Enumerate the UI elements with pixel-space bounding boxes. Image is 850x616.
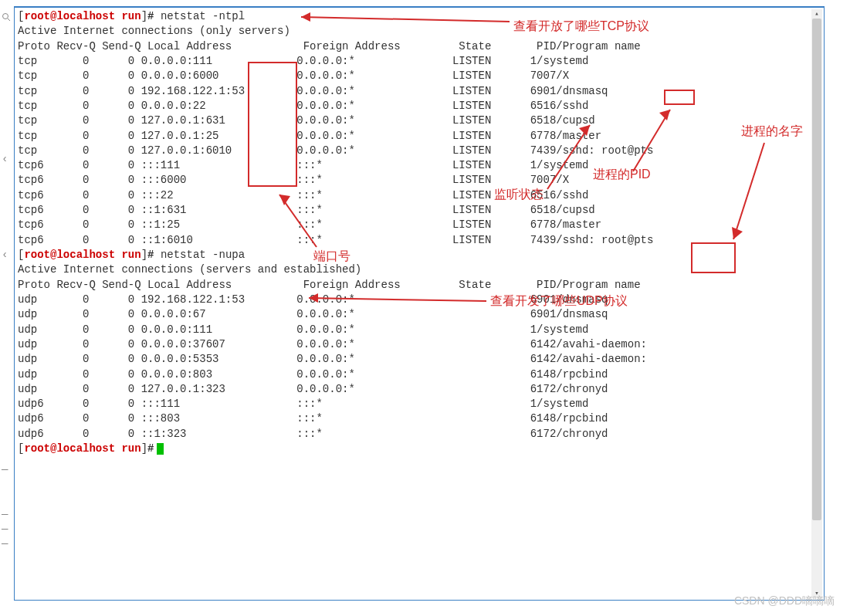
table-row: udp 0 0 0.0.0.0:111 0.0.0.0:* 1/systemd <box>18 323 821 337</box>
prompt-user: root <box>24 10 50 22</box>
columns-header-2: Proto Recv-Q Send-Q Local Address Foreig… <box>18 278 821 293</box>
table-row: tcp6 0 0 ::1:631 :::* LISTEN 6518/cupsd <box>18 203 821 218</box>
vertical-scrollbar[interactable]: ▴ ▾ <box>811 9 822 598</box>
command-1: netstat -ntpl <box>161 10 245 22</box>
columns-header-1: Proto Recv-Q Send-Q Local Address Foreig… <box>18 39 821 54</box>
prompt-host: localhost <box>56 10 115 22</box>
table-row: udp 0 0 0.0.0.0:37607 0.0.0.0:* 6142/ava… <box>18 337 821 352</box>
command-2: netstat -nupa <box>161 249 245 261</box>
side-marker-1: ‹ <box>2 153 8 165</box>
search-icon <box>2 12 11 22</box>
watermark: CSDN @DDD嘀嘀嘀 <box>734 594 835 608</box>
side-marker-4: — <box>2 508 8 520</box>
table-row: udp 0 0 0.0.0.0:67 0.0.0.0:* 6901/dnsmas… <box>18 307 821 322</box>
table-row: tcp 0 0 127.0.0.1:25 0.0.0.0:* LISTEN 67… <box>18 129 821 144</box>
scroll-up-icon[interactable]: ▴ <box>811 9 822 19</box>
table-row: tcp 0 0 127.0.0.1:6010 0.0.0.0:* LISTEN … <box>18 144 821 158</box>
prompt-line-2: [root@localhost run]# netstat -nupa <box>18 248 821 262</box>
table-row: tcp 0 0 0.0.0.0:22 0.0.0.0:* LISTEN 6516… <box>18 99 821 113</box>
table-row: udp6 0 0 ::1:323 :::* 6172/chronyd <box>18 427 821 442</box>
scrollbar-thumb[interactable] <box>812 19 821 520</box>
table-row: udp6 0 0 :::803 :::* 6148/rpcbind <box>18 411 821 426</box>
table-row: udp 0 0 0.0.0.0:5353 0.0.0.0:* 6142/avah… <box>18 352 821 367</box>
prompt-path: run <box>121 10 141 22</box>
svg-line-1 <box>8 19 10 21</box>
header-active-2: Active Internet connections (servers and… <box>18 262 821 277</box>
side-marker-2: ‹ <box>2 249 8 261</box>
table-row: tcp 0 0 0.0.0.0:6000 0.0.0.0:* LISTEN 70… <box>18 69 821 83</box>
table-row: tcp6 0 0 ::1:25 :::* LISTEN 6778/master <box>18 218 821 232</box>
prompt-line-3[interactable]: [root@localhost run]# <box>18 442 821 456</box>
table-row: tcp 0 0 127.0.0.1:631 0.0.0.0:* LISTEN 6… <box>18 113 821 128</box>
table-row: udp 0 0 0.0.0.0:803 0.0.0.0:* 6148/rpcbi… <box>18 367 821 382</box>
side-marker-5: — <box>2 523 8 535</box>
svg-point-0 <box>3 14 8 19</box>
table-row: udp6 0 0 :::111 :::* 1/systemd <box>18 397 821 411</box>
table-row: tcp 0 0 0.0.0.0:111 0.0.0.0:* LISTEN 1/s… <box>18 54 821 69</box>
table-row: tcp6 0 0 :::6000 :::* LISTEN 7007/X <box>18 173 821 188</box>
side-marker-6: — <box>2 537 8 550</box>
table-row: tcp 0 0 192.168.122.1:53 0.0.0.0:* LISTE… <box>18 84 821 99</box>
table-row: udp 0 0 192.168.122.1:53 0.0.0.0:* 6901/… <box>18 293 821 307</box>
header-active-1: Active Internet connections (only server… <box>18 24 821 39</box>
table-row: tcp6 0 0 :::111 :::* LISTEN 1/systemd <box>18 158 821 173</box>
prompt-line-1: [root@localhost run]# netstat -ntpl <box>18 9 821 24</box>
table-row: tcp6 0 0 :::22 :::* LISTEN 6516/sshd <box>18 188 821 203</box>
cursor <box>157 443 164 455</box>
table-row: tcp6 0 0 ::1:6010 :::* LISTEN 7439/sshd:… <box>18 233 821 248</box>
terminal-window[interactable]: [root@localhost run]# netstat -ntpl Acti… <box>14 6 825 601</box>
side-marker-3: — <box>2 463 8 476</box>
table-row: udp 0 0 127.0.0.1:323 0.0.0.0:* 6172/chr… <box>18 382 821 397</box>
